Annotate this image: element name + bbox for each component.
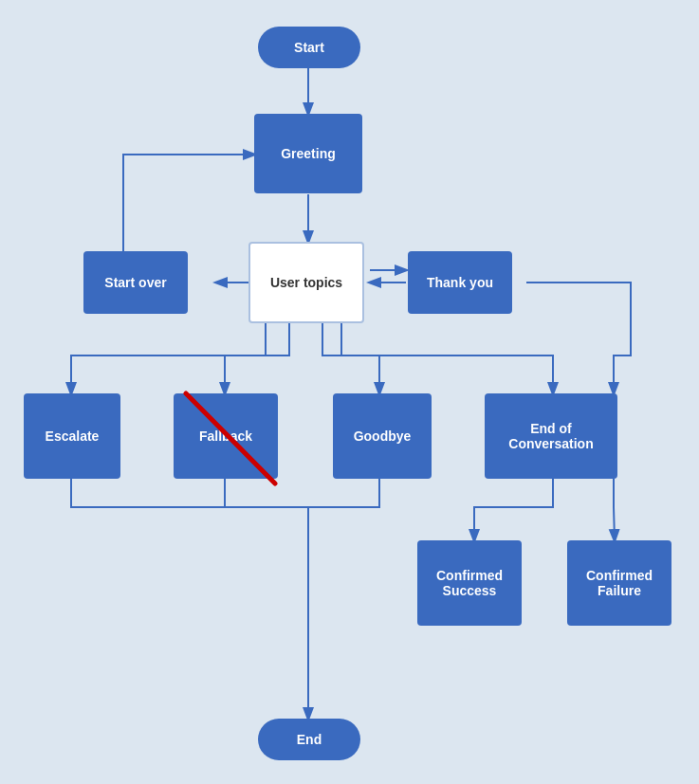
end-of-conversation-node: End of Conversation bbox=[485, 393, 617, 479]
end-node: End bbox=[258, 719, 360, 760]
start-node: Start bbox=[258, 27, 360, 68]
thank-you-node: Thank you bbox=[408, 251, 512, 314]
goodbye-node: Goodbye bbox=[333, 393, 432, 479]
fallback-node: Fallback bbox=[174, 393, 278, 479]
flowchart: Start Greeting User topics Start over Th… bbox=[0, 0, 699, 784]
confirmed-failure-node: Confirmed Failure bbox=[567, 540, 671, 626]
start-over-node: Start over bbox=[83, 251, 188, 314]
escalate-node: Escalate bbox=[24, 393, 120, 479]
confirmed-success-node: Confirmed Success bbox=[417, 540, 522, 626]
greeting-node: Greeting bbox=[254, 114, 362, 193]
user-topics-node: User topics bbox=[248, 242, 364, 323]
